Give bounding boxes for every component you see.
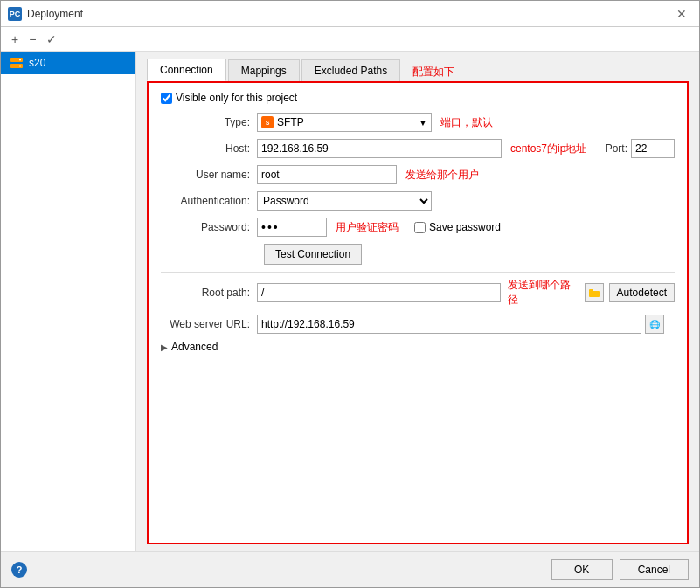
url-open-button[interactable]: 🌐 [645, 315, 664, 334]
cancel-button[interactable]: Cancel [620, 559, 689, 580]
server-icon [10, 56, 24, 70]
host-label: Host: [161, 142, 257, 155]
help-button[interactable]: ? [11, 562, 27, 578]
title-bar: PC Deployment ✕ [1, 1, 699, 27]
username-label: User name: [161, 169, 257, 181]
type-row: Type: S SFTP ▼ 端口，默认 [161, 113, 675, 132]
auth-select[interactable]: Password [257, 191, 432, 211]
folder-browse-button[interactable] [585, 283, 604, 302]
form-panel: Visible only for this project Type: S SF… [147, 81, 689, 544]
main-content: s20 Connection Mappings Excluded Paths 配… [1, 52, 699, 551]
password-row: Password: ••• 用户验证密码 Save password [161, 218, 675, 237]
svg-point-2 [19, 59, 21, 61]
tab-row: Connection Mappings Excluded Paths 配置如下 [147, 59, 689, 81]
advanced-row[interactable]: ▶ Advanced [161, 341, 675, 353]
bottom-buttons: OK Cancel [551, 559, 689, 580]
url-open-icon: 🌐 [649, 320, 660, 329]
sidebar-item-label: s20 [29, 57, 45, 69]
root-path-label: Root path: [161, 287, 257, 299]
visible-checkbox-label: Visible only for this project [176, 92, 297, 104]
root-path-input[interactable] [257, 283, 501, 302]
visible-checkbox-wrapper[interactable]: Visible only for this project [161, 92, 297, 104]
web-url-input[interactable] [257, 315, 641, 334]
window-title: Deployment [27, 8, 83, 20]
web-url-row: Web server URL: 🌐 [161, 315, 675, 334]
auth-row: Authentication: Password [161, 191, 675, 211]
content-area: Connection Mappings Excluded Paths 配置如下 … [136, 52, 699, 551]
ok-button[interactable]: OK [551, 559, 613, 580]
tab-connection[interactable]: Connection [147, 59, 226, 81]
web-url-label: Web server URL: [161, 318, 257, 330]
close-button[interactable]: ✕ [671, 5, 692, 23]
password-annotation: 用户验证密码 [336, 220, 399, 235]
title-bar-left: PC Deployment [8, 7, 83, 21]
host-row: Host: centos7的ip地址 Port: [161, 139, 675, 158]
advanced-label: Advanced [171, 341, 218, 353]
svg-point-3 [19, 66, 21, 67]
root-path-row: Root path: 发送到哪个路径 Autodetect [161, 278, 675, 308]
visible-row: Visible only for this project [161, 92, 675, 104]
password-label: Password: [161, 221, 257, 233]
advanced-arrow-icon: ▶ [161, 342, 168, 352]
port-input[interactable] [631, 139, 675, 158]
type-select[interactable]: S SFTP ▼ [257, 113, 432, 132]
port-label: Port: [606, 142, 627, 155]
auth-label: Authentication: [161, 195, 257, 207]
window-icon: PC [8, 7, 22, 21]
svg-rect-5 [589, 289, 593, 292]
save-password-group: Save password [414, 221, 501, 233]
type-dropdown-arrow: ▼ [419, 118, 427, 128]
visible-checkbox[interactable] [161, 93, 172, 104]
sidebar-item-s20[interactable]: s20 [1, 52, 135, 74]
save-password-label: Save password [429, 221, 501, 233]
svg-rect-4 [589, 291, 600, 297]
check-button[interactable]: ✓ [43, 31, 60, 48]
username-input[interactable] [257, 165, 397, 184]
sidebar: s20 [1, 52, 136, 551]
deployment-window: PC Deployment ✕ + − ✓ [0, 0, 700, 588]
autodetect-button[interactable]: Autodetect [609, 283, 675, 302]
toolbar: + − ✓ [1, 27, 699, 52]
tab-mappings[interactable]: Mappings [228, 59, 300, 81]
password-field[interactable]: ••• [257, 218, 327, 237]
sftp-icon: S [261, 116, 274, 128]
root-path-annotation: 发送到哪个路径 [508, 278, 581, 308]
save-password-checkbox[interactable] [414, 222, 426, 233]
test-connection-button[interactable]: Test Connection [264, 244, 362, 265]
username-annotation: 发送给那个用户 [405, 168, 479, 183]
type-value: SFTP [277, 116, 304, 128]
type-label: Type: [161, 116, 257, 128]
port-group: Port: [606, 139, 675, 158]
tab-annotation: 配置如下 [412, 65, 454, 81]
add-button[interactable]: + [8, 31, 22, 48]
tab-excluded-paths[interactable]: Excluded Paths [301, 59, 400, 81]
username-row: User name: 发送给那个用户 [161, 165, 675, 184]
test-row: Test Connection [161, 244, 675, 265]
bottom-bar: ? OK Cancel [1, 551, 699, 587]
divider [161, 272, 675, 273]
host-annotation: centos7的ip地址 [510, 142, 586, 156]
remove-button[interactable]: − [25, 31, 39, 48]
host-input[interactable] [257, 139, 502, 158]
port-annotation: 端口，默认 [440, 115, 493, 130]
